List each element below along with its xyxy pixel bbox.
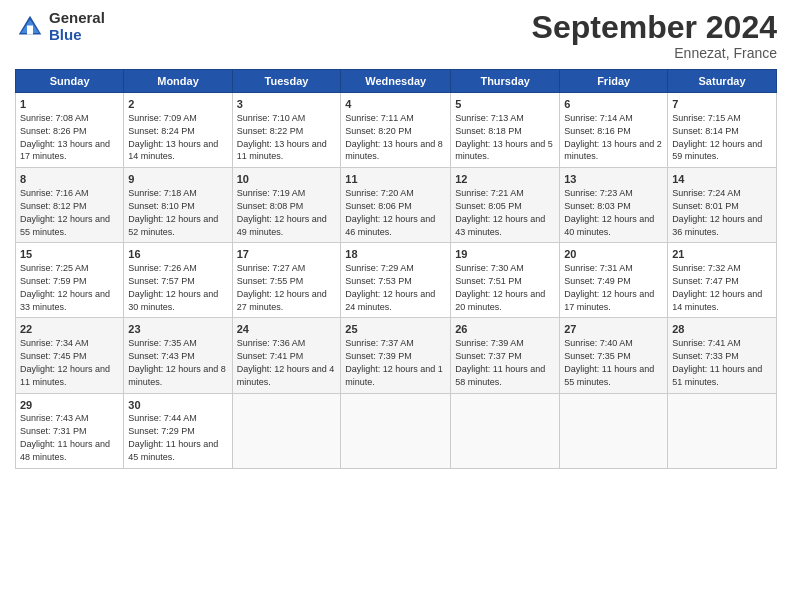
- calendar-cell: 19Sunrise: 7:30 AMSunset: 7:51 PMDayligh…: [451, 243, 560, 318]
- day-info: Sunrise: 7:15 AMSunset: 8:14 PMDaylight:…: [672, 113, 762, 161]
- calendar-cell: 4Sunrise: 7:11 AMSunset: 8:20 PMDaylight…: [341, 93, 451, 168]
- day-info: Sunrise: 7:09 AMSunset: 8:24 PMDaylight:…: [128, 113, 218, 161]
- calendar-table: Sunday Monday Tuesday Wednesday Thursday…: [15, 69, 777, 468]
- day-number: 2: [128, 97, 227, 112]
- page: General Blue September 2024 Ennezat, Fra…: [0, 0, 792, 612]
- day-number: 8: [20, 172, 119, 187]
- day-info: Sunrise: 7:19 AMSunset: 8:08 PMDaylight:…: [237, 188, 327, 236]
- calendar-cell: 30Sunrise: 7:44 AMSunset: 7:29 PMDayligh…: [124, 393, 232, 468]
- day-number: 5: [455, 97, 555, 112]
- day-number: 15: [20, 247, 119, 262]
- calendar-cell: [232, 393, 341, 468]
- day-info: Sunrise: 7:20 AMSunset: 8:06 PMDaylight:…: [345, 188, 435, 236]
- day-number: 17: [237, 247, 337, 262]
- day-number: 19: [455, 247, 555, 262]
- day-number: 29: [20, 398, 119, 413]
- calendar-cell: [341, 393, 451, 468]
- day-number: 12: [455, 172, 555, 187]
- svg-rect-2: [27, 25, 33, 34]
- day-info: Sunrise: 7:29 AMSunset: 7:53 PMDaylight:…: [345, 263, 435, 311]
- calendar-cell: 24Sunrise: 7:36 AMSunset: 7:41 PMDayligh…: [232, 318, 341, 393]
- logo-text: General Blue: [49, 10, 105, 43]
- day-info: Sunrise: 7:44 AMSunset: 7:29 PMDaylight:…: [128, 413, 218, 461]
- day-info: Sunrise: 7:40 AMSunset: 7:35 PMDaylight:…: [564, 338, 654, 386]
- day-number: 14: [672, 172, 772, 187]
- calendar-cell: 8Sunrise: 7:16 AMSunset: 8:12 PMDaylight…: [16, 168, 124, 243]
- day-info: Sunrise: 7:11 AMSunset: 8:20 PMDaylight:…: [345, 113, 443, 161]
- day-number: 1: [20, 97, 119, 112]
- day-number: 24: [237, 322, 337, 337]
- day-info: Sunrise: 7:27 AMSunset: 7:55 PMDaylight:…: [237, 263, 327, 311]
- calendar-week-1: 8Sunrise: 7:16 AMSunset: 8:12 PMDaylight…: [16, 168, 777, 243]
- calendar-week-0: 1Sunrise: 7:08 AMSunset: 8:26 PMDaylight…: [16, 93, 777, 168]
- day-number: 10: [237, 172, 337, 187]
- calendar-cell: 10Sunrise: 7:19 AMSunset: 8:08 PMDayligh…: [232, 168, 341, 243]
- calendar-cell: 14Sunrise: 7:24 AMSunset: 8:01 PMDayligh…: [668, 168, 777, 243]
- calendar-week-4: 29Sunrise: 7:43 AMSunset: 7:31 PMDayligh…: [16, 393, 777, 468]
- col-sunday: Sunday: [16, 70, 124, 93]
- calendar-cell: 22Sunrise: 7:34 AMSunset: 7:45 PMDayligh…: [16, 318, 124, 393]
- calendar-cell: 5Sunrise: 7:13 AMSunset: 8:18 PMDaylight…: [451, 93, 560, 168]
- day-info: Sunrise: 7:16 AMSunset: 8:12 PMDaylight:…: [20, 188, 110, 236]
- calendar-cell: 3Sunrise: 7:10 AMSunset: 8:22 PMDaylight…: [232, 93, 341, 168]
- day-info: Sunrise: 7:30 AMSunset: 7:51 PMDaylight:…: [455, 263, 545, 311]
- calendar-week-2: 15Sunrise: 7:25 AMSunset: 7:59 PMDayligh…: [16, 243, 777, 318]
- day-info: Sunrise: 7:26 AMSunset: 7:57 PMDaylight:…: [128, 263, 218, 311]
- col-tuesday: Tuesday: [232, 70, 341, 93]
- logo-general-text: General: [49, 10, 105, 27]
- day-info: Sunrise: 7:13 AMSunset: 8:18 PMDaylight:…: [455, 113, 553, 161]
- col-thursday: Thursday: [451, 70, 560, 93]
- day-info: Sunrise: 7:10 AMSunset: 8:22 PMDaylight:…: [237, 113, 327, 161]
- day-info: Sunrise: 7:23 AMSunset: 8:03 PMDaylight:…: [564, 188, 654, 236]
- col-wednesday: Wednesday: [341, 70, 451, 93]
- day-number: 7: [672, 97, 772, 112]
- calendar-cell: 28Sunrise: 7:41 AMSunset: 7:33 PMDayligh…: [668, 318, 777, 393]
- day-number: 4: [345, 97, 446, 112]
- day-number: 21: [672, 247, 772, 262]
- day-number: 27: [564, 322, 663, 337]
- day-number: 26: [455, 322, 555, 337]
- calendar-cell: [560, 393, 668, 468]
- day-number: 18: [345, 247, 446, 262]
- day-number: 22: [20, 322, 119, 337]
- day-number: 9: [128, 172, 227, 187]
- calendar-cell: [451, 393, 560, 468]
- day-number: 30: [128, 398, 227, 413]
- day-info: Sunrise: 7:41 AMSunset: 7:33 PMDaylight:…: [672, 338, 762, 386]
- calendar-cell: 7Sunrise: 7:15 AMSunset: 8:14 PMDaylight…: [668, 93, 777, 168]
- col-saturday: Saturday: [668, 70, 777, 93]
- col-monday: Monday: [124, 70, 232, 93]
- day-number: 23: [128, 322, 227, 337]
- logo: General Blue: [15, 10, 105, 43]
- day-info: Sunrise: 7:37 AMSunset: 7:39 PMDaylight:…: [345, 338, 443, 386]
- day-info: Sunrise: 7:35 AMSunset: 7:43 PMDaylight:…: [128, 338, 226, 386]
- day-number: 13: [564, 172, 663, 187]
- col-friday: Friday: [560, 70, 668, 93]
- day-number: 16: [128, 247, 227, 262]
- day-info: Sunrise: 7:31 AMSunset: 7:49 PMDaylight:…: [564, 263, 654, 311]
- calendar-cell: 2Sunrise: 7:09 AMSunset: 8:24 PMDaylight…: [124, 93, 232, 168]
- calendar-cell: 20Sunrise: 7:31 AMSunset: 7:49 PMDayligh…: [560, 243, 668, 318]
- calendar-cell: 9Sunrise: 7:18 AMSunset: 8:10 PMDaylight…: [124, 168, 232, 243]
- logo-icon: [15, 12, 45, 42]
- day-number: 11: [345, 172, 446, 187]
- title-block: September 2024 Ennezat, France: [532, 10, 777, 61]
- calendar-cell: 15Sunrise: 7:25 AMSunset: 7:59 PMDayligh…: [16, 243, 124, 318]
- day-info: Sunrise: 7:25 AMSunset: 7:59 PMDaylight:…: [20, 263, 110, 311]
- calendar-cell: 11Sunrise: 7:20 AMSunset: 8:06 PMDayligh…: [341, 168, 451, 243]
- location: Ennezat, France: [532, 45, 777, 61]
- calendar-cell: 17Sunrise: 7:27 AMSunset: 7:55 PMDayligh…: [232, 243, 341, 318]
- day-info: Sunrise: 7:21 AMSunset: 8:05 PMDaylight:…: [455, 188, 545, 236]
- day-info: Sunrise: 7:36 AMSunset: 7:41 PMDaylight:…: [237, 338, 335, 386]
- calendar-cell: 21Sunrise: 7:32 AMSunset: 7:47 PMDayligh…: [668, 243, 777, 318]
- day-number: 20: [564, 247, 663, 262]
- day-number: 25: [345, 322, 446, 337]
- calendar-week-3: 22Sunrise: 7:34 AMSunset: 7:45 PMDayligh…: [16, 318, 777, 393]
- calendar-cell: 25Sunrise: 7:37 AMSunset: 7:39 PMDayligh…: [341, 318, 451, 393]
- calendar-cell: 18Sunrise: 7:29 AMSunset: 7:53 PMDayligh…: [341, 243, 451, 318]
- day-info: Sunrise: 7:24 AMSunset: 8:01 PMDaylight:…: [672, 188, 762, 236]
- month-title: September 2024: [532, 10, 777, 45]
- calendar-cell: 29Sunrise: 7:43 AMSunset: 7:31 PMDayligh…: [16, 393, 124, 468]
- header-row: Sunday Monday Tuesday Wednesday Thursday…: [16, 70, 777, 93]
- day-info: Sunrise: 7:32 AMSunset: 7:47 PMDaylight:…: [672, 263, 762, 311]
